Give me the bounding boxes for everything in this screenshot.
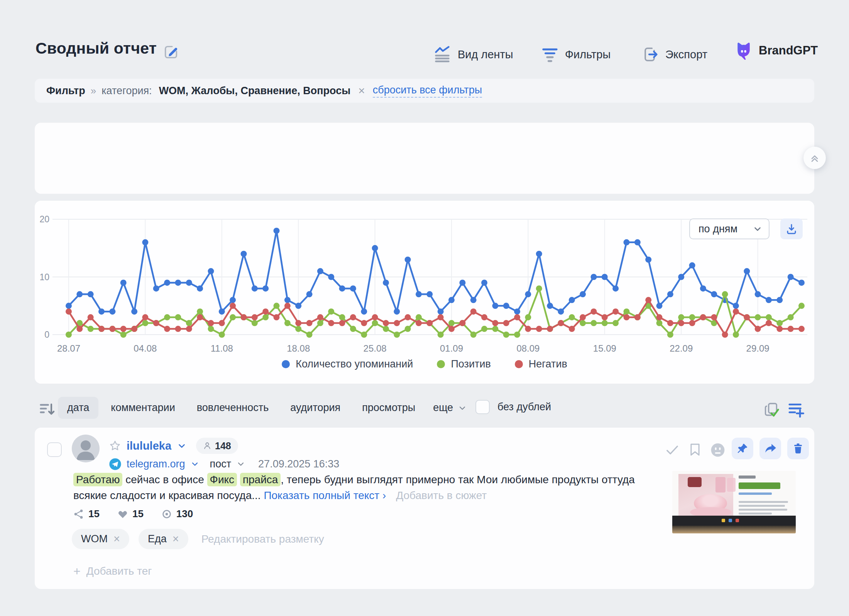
legend-mentions: Количество упоминаний [282, 358, 413, 370]
tag-pill-wom[interactable]: WOM × [72, 529, 129, 549]
legend-label: Количество упоминаний [296, 358, 413, 370]
likes-count: 15 [132, 508, 144, 520]
sentiment-button[interactable] [710, 442, 726, 459]
post-author-link[interactable]: ilululeka [127, 440, 171, 452]
post-image-thumbnail[interactable] [672, 471, 796, 533]
delete-post-button[interactable] [787, 438, 809, 459]
highlighted-keyword: прайса [240, 473, 281, 486]
remove-tag-icon[interactable]: × [113, 533, 120, 545]
pin-icon [736, 442, 749, 455]
svg-text:11.08: 11.08 [211, 343, 233, 354]
subscribers-count: 148 [215, 440, 231, 452]
sort-more-label: еще [433, 402, 453, 414]
bookmark-icon [688, 442, 702, 457]
tag-pill-food[interactable]: Еда × [139, 529, 188, 549]
post-header-row1: ilululeka 148 [109, 437, 238, 455]
post-timestamp: 27.09.2025 16:33 [258, 458, 339, 470]
thumb-desk [672, 526, 796, 533]
export-icon [641, 46, 659, 63]
edit-report-button[interactable] [162, 43, 180, 61]
post-header-row2: telegram.org пост 27.09.2025 16:33 [109, 455, 339, 472]
favorite-star-icon[interactable] [109, 440, 121, 452]
pin-post-button[interactable] [732, 438, 753, 459]
tag-label: WOM [81, 533, 108, 545]
sort-tabs: дата комментарии вовлеченность аудитория… [58, 397, 472, 419]
show-full-text-link[interactable]: Показать полный текст › [264, 489, 386, 501]
add-tag-label: Добавить тег [86, 565, 152, 577]
svg-text:25.08: 25.08 [364, 343, 387, 354]
remove-tag-icon[interactable]: × [173, 533, 179, 545]
edit-markup-button[interactable]: Редактировать разметку [201, 533, 324, 545]
brand-logo-block[interactable]: BrandGPT [733, 40, 818, 61]
chevron-down-icon[interactable] [236, 459, 245, 469]
svg-text:29.09: 29.09 [746, 343, 770, 354]
double-chevron-up-icon [809, 152, 820, 164]
svg-text:08.09: 08.09 [516, 343, 540, 354]
chart-legend: Количество упоминаний Позитив Негатив [35, 358, 814, 370]
add-tag-button[interactable]: + Добавить тег [73, 565, 152, 577]
filter-separator: » [91, 85, 96, 97]
download-chart-button[interactable] [780, 218, 803, 239]
post-card: ilululeka 148 telegram.org пост [35, 428, 814, 589]
collapse-panel-button[interactable] [803, 147, 826, 169]
export-button[interactable]: Экспорт [641, 45, 707, 64]
views-count: 130 [176, 508, 193, 520]
views-target-icon [161, 509, 172, 520]
chevron-down-icon[interactable] [190, 459, 200, 469]
avatar[interactable] [72, 435, 100, 462]
bookmark-button[interactable] [688, 442, 702, 459]
svg-text:22.09: 22.09 [670, 343, 693, 354]
sort-more-dropdown[interactable]: еще [428, 397, 472, 419]
filters-button[interactable]: Фильтры [541, 45, 611, 64]
sort-tab-views[interactable]: просмотры [353, 397, 424, 419]
filters-icon [541, 46, 559, 63]
brand-name: BrandGPT [759, 44, 818, 58]
post-stats-row: 15 15 130 [73, 508, 193, 520]
forward-arrow-icon [764, 442, 777, 455]
add-to-story-button[interactable]: Добавить в сюжет [396, 489, 487, 501]
period-dropdown[interactable]: по дням [689, 218, 770, 239]
post-select-checkbox[interactable] [47, 442, 62, 457]
post-likes-stat: 15 [117, 508, 144, 520]
filter-values: WOM, Жалобы, Сравнение, Вопросы [159, 85, 351, 97]
dedupe-toggle[interactable]: без дублей [475, 400, 551, 414]
thumb-photo-area [678, 474, 733, 519]
sort-tab-audience[interactable]: аудитория [281, 397, 350, 419]
mark-read-button[interactable] [665, 443, 679, 459]
highlighted-keyword: Работаю [73, 473, 122, 486]
svg-text:15.09: 15.09 [593, 343, 616, 354]
legend-label: Позитив [451, 358, 490, 370]
select-all-button[interactable] [763, 401, 780, 420]
active-filters-bar: Фильтр » категория: WOM, Жалобы, Сравнен… [35, 79, 814, 103]
sort-tab-date[interactable]: дата [58, 397, 98, 419]
reset-all-filters-link[interactable]: сбросить все фильтры [373, 84, 482, 98]
summary-report-page: Сводный отчет Вид ленты Фильтры Экспорт [0, 0, 849, 616]
dedupe-label: без дублей [497, 401, 551, 413]
sort-order-button[interactable] [39, 401, 56, 419]
sort-tab-comments[interactable]: комментарии [101, 397, 184, 419]
remove-filter-button[interactable]: × [356, 84, 367, 97]
svg-text:0: 0 [44, 330, 49, 340]
copy-check-icon [763, 401, 780, 418]
tag-label: Еда [148, 533, 167, 545]
post-type-dropdown[interactable]: пост [210, 458, 232, 470]
highlighted-keyword: Фикс [207, 473, 237, 486]
mentions-legend-dot [282, 360, 290, 368]
dedupe-checkbox[interactable] [475, 400, 490, 414]
svg-text:10: 10 [39, 272, 49, 282]
legend-label: Негатив [529, 358, 567, 370]
feed-view-button[interactable]: Вид ленты [433, 45, 513, 64]
add-to-list-button[interactable] [787, 401, 805, 420]
svg-text:01.09: 01.09 [440, 343, 463, 354]
svg-text:18.08: 18.08 [287, 343, 310, 354]
heart-icon [117, 509, 128, 520]
check-icon [665, 443, 679, 457]
svg-text:04.08: 04.08 [134, 343, 157, 354]
sort-tab-engagement[interactable]: вовлеченность [188, 397, 278, 419]
chevron-down-icon[interactable] [177, 441, 187, 451]
post-source-link[interactable]: telegram.org [127, 458, 185, 470]
subscribers-badge: 148 [196, 438, 238, 454]
neutral-face-icon [710, 442, 726, 458]
forward-post-button[interactable] [759, 438, 781, 459]
period-dropdown-value: по дням [698, 223, 737, 235]
